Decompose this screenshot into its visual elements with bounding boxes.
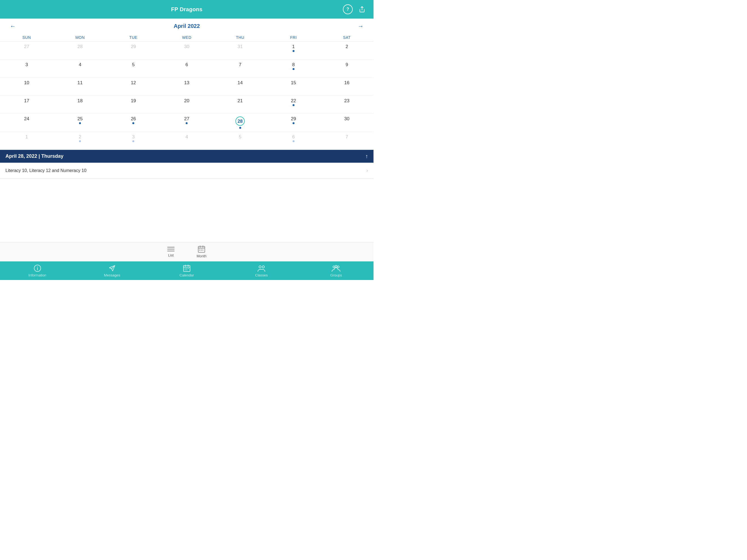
calendar-cell-apr1[interactable]: 1 (267, 42, 320, 59)
help-button[interactable]: ? (343, 4, 353, 14)
calendar-cell-w6-wed[interactable]: 4 (160, 132, 213, 150)
day-header-fri: FRI (267, 34, 320, 41)
month-navigation: ← April 2022 → (0, 19, 374, 34)
prev-month-button[interactable]: ← (6, 22, 19, 31)
calendar-grid: 27 28 29 30 31 1 2 3 4 5 6 7 8 9 10 11 1… (0, 42, 374, 150)
calendar-cell-apr22[interactable]: 22 (267, 96, 320, 114)
event-dot (186, 122, 187, 124)
calendar-cell-apr19[interactable]: 19 (107, 96, 160, 114)
event-dot (79, 122, 81, 124)
event-dot (292, 122, 294, 124)
month-view-label: Month (197, 254, 206, 258)
bottom-navigation: Information Messages Calendar (0, 261, 374, 280)
calendar-cell-apr26[interactable]: 26 (107, 114, 160, 132)
calendar-cell-apr23[interactable]: 23 (320, 96, 374, 114)
calendar-cell-w1-sun[interactable]: 27 (0, 42, 53, 59)
day-header-mon: MON (53, 34, 107, 41)
calendar-cell-apr16[interactable]: 16 (320, 78, 374, 96)
day-header-tue: TUE (107, 34, 160, 41)
svg-point-26 (259, 266, 261, 268)
calendar-cell-w6-thu[interactable]: 5 (213, 132, 267, 150)
calendar-cell-apr25[interactable]: 25 (53, 114, 107, 132)
calendar-cell-apr29[interactable]: 29 (267, 114, 320, 132)
share-button[interactable] (357, 4, 367, 14)
calendar-cell-apr8[interactable]: 8 (267, 59, 320, 78)
nav-item-calendar[interactable]: Calendar (176, 264, 198, 277)
calendar-cell-apr30[interactable]: 30 (320, 114, 374, 132)
event-item[interactable]: Literacy 10, Literacy 12 and Numeracy 10… (0, 163, 374, 179)
calendar-cell-apr12[interactable]: 12 (107, 78, 160, 96)
event-dot (132, 122, 134, 124)
day-header-thu: THU (213, 34, 267, 41)
calendar-cell-apr6[interactable]: 6 (160, 59, 213, 78)
calendar-icon (183, 264, 190, 272)
event-dot (132, 140, 134, 142)
calendar-cell-apr9[interactable]: 9 (320, 59, 374, 78)
calendar-cell-apr2[interactable]: 2 (320, 42, 374, 59)
top-header: FP Dragons ? (0, 0, 374, 19)
event-dot (239, 127, 241, 129)
calendar-cell-w6-fri[interactable]: 6 (267, 132, 320, 150)
collapse-arrow-icon[interactable]: ↑ (365, 153, 368, 159)
calendar-cell-apr27[interactable]: 27 (160, 114, 213, 132)
app-title: FP Dragons (171, 6, 203, 12)
calendar-cell-apr21[interactable]: 21 (213, 96, 267, 114)
calendar-cell-apr13[interactable]: 13 (160, 78, 213, 96)
nav-label-calendar: Calendar (180, 273, 194, 277)
calendar-cell-apr7[interactable]: 7 (213, 59, 267, 78)
calendar-cell-apr15[interactable]: 15 (267, 78, 320, 96)
nav-item-information[interactable]: Information (27, 264, 48, 277)
month-view-button[interactable]: Month (197, 245, 206, 258)
calendar-cell-apr3[interactable]: 3 (0, 59, 53, 78)
view-switcher: List Month (0, 242, 374, 261)
calendar-cell-w1-tue[interactable]: 29 (107, 42, 160, 59)
classes-icon (257, 264, 265, 272)
groups-icon (332, 264, 340, 272)
calendar-cell-apr18[interactable]: 18 (53, 96, 107, 114)
calendar-cell-w1-thu[interactable]: 31 (213, 42, 267, 59)
calendar-cell-apr4[interactable]: 4 (53, 59, 107, 78)
event-item-label: Literacy 10, Literacy 12 and Numeracy 10 (5, 168, 86, 173)
nav-label-information: Information (28, 273, 46, 277)
day-headers: SUN MON TUE WED THU FRI SAT (0, 34, 374, 42)
calendar-cell-w6-sun[interactable]: 1 (0, 132, 53, 150)
nav-item-groups[interactable]: Groups (325, 264, 347, 277)
day-header-sat: SAT (320, 34, 374, 41)
calendar-cell-w1-mon[interactable]: 28 (53, 42, 107, 59)
day-header-sun: SUN (0, 34, 53, 41)
event-dot (292, 104, 294, 106)
list-view-button[interactable]: List (167, 246, 175, 257)
event-dot (292, 50, 294, 52)
selected-day-label: April 28, 2022 | Thursday (5, 153, 63, 159)
calendar-cell-w1-wed[interactable]: 30 (160, 42, 213, 59)
calendar-cell-apr11[interactable]: 11 (53, 78, 107, 96)
month-title: April 2022 (174, 23, 200, 29)
calendar-cell-apr10[interactable]: 10 (0, 78, 53, 96)
header-actions: ? (343, 4, 367, 14)
calendar-cell-apr14[interactable]: 14 (213, 78, 267, 96)
calendar-cell-w6-tue[interactable]: 3 (107, 132, 160, 150)
calendar-cell-apr5[interactable]: 5 (107, 59, 160, 78)
nav-item-messages[interactable]: Messages (101, 264, 123, 277)
list-icon (167, 246, 175, 252)
messages-icon (108, 264, 116, 272)
svg-point-28 (333, 266, 335, 268)
info-icon (34, 264, 41, 272)
calendar-cell-apr24[interactable]: 24 (0, 114, 53, 132)
nav-item-classes[interactable]: Classes (251, 264, 272, 277)
calendar-cell-apr20[interactable]: 20 (160, 96, 213, 114)
svg-point-27 (262, 266, 264, 268)
calendar-cell-w6-mon[interactable]: 2 (53, 132, 107, 150)
calendar-cell-w6-sat[interactable]: 7 (320, 132, 374, 150)
nav-label-groups: Groups (330, 273, 342, 277)
share-icon (359, 6, 365, 12)
nav-label-classes: Classes (255, 273, 268, 277)
list-view-label: List (168, 253, 174, 257)
event-dot (292, 140, 294, 142)
nav-label-messages: Messages (104, 273, 120, 277)
calendar-cell-apr17[interactable]: 17 (0, 96, 53, 114)
calendar-cell-apr28[interactable]: 28 (213, 114, 267, 132)
next-month-button[interactable]: → (354, 22, 367, 31)
svg-point-29 (335, 265, 337, 267)
selected-day-header: April 28, 2022 | Thursday ↑ (0, 150, 374, 163)
